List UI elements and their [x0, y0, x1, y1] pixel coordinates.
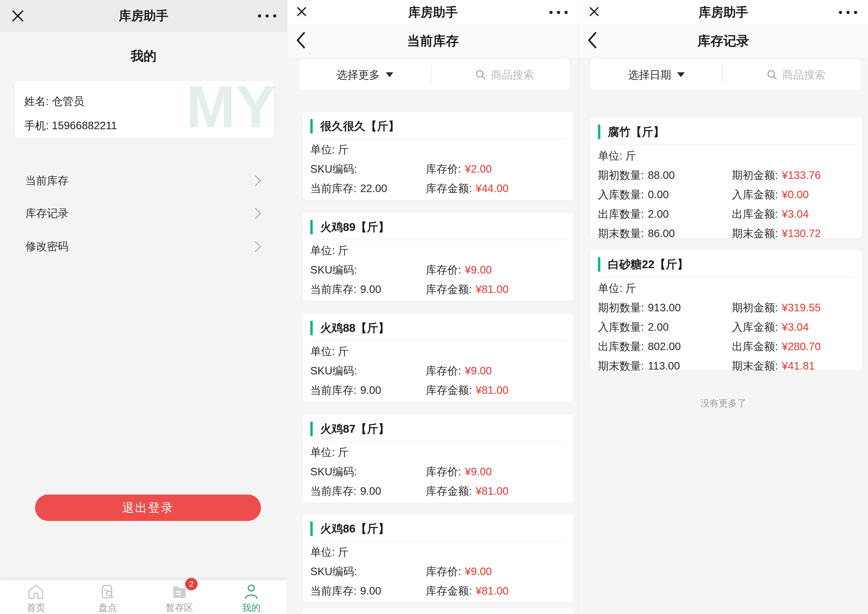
- qty-value: 913.00: [648, 302, 680, 314]
- amount-value: ¥81.00: [476, 384, 509, 396]
- amt-value: ¥3.04: [782, 321, 809, 333]
- filter-dropdown[interactable]: 选择更多: [299, 59, 431, 91]
- more-menu-icon[interactable]: [549, 11, 568, 14]
- sku-label: SKU编码:: [310, 263, 357, 277]
- product-name: 火鸡89【斤】: [320, 219, 389, 235]
- divider: [313, 340, 567, 341]
- search-input[interactable]: 商品搜索: [731, 59, 861, 91]
- nav-bar: 库存记录: [579, 25, 868, 57]
- qty-label: 出库数量:: [598, 207, 644, 221]
- search-placeholder: 商品搜索: [782, 67, 825, 82]
- qty-label: 出库数量:: [598, 339, 644, 354]
- accent-bar: [310, 119, 313, 134]
- page-title: 库存记录: [579, 25, 868, 57]
- app-header: 库房助手: [287, 0, 578, 25]
- menu-item-stock-records[interactable]: 库存记录: [0, 204, 287, 222]
- date-filter-dropdown[interactable]: 选择日期: [591, 59, 722, 91]
- divider: [601, 277, 856, 277]
- screenshot-canvas: 库房助手 我的 MY 姓名: 仓管员 手机: 15966882211 当前库存 …: [0, 0, 868, 614]
- tab-profile[interactable]: 我的: [215, 580, 287, 614]
- more-menu-icon[interactable]: [258, 14, 276, 17]
- amount-value: ¥44.00: [476, 182, 509, 194]
- price-label: 库存价:: [426, 162, 461, 176]
- amt-label: 期末金额:: [732, 359, 778, 373]
- logout-button[interactable]: 退出登录: [35, 494, 261, 521]
- price-label: 库存价:: [426, 464, 461, 479]
- price-value: ¥9.00: [465, 566, 492, 578]
- search-icon: [767, 69, 777, 80]
- stock-card-partial: [303, 608, 574, 614]
- divider: [313, 239, 567, 240]
- app-title: 库房助手: [287, 4, 578, 21]
- chevron-down-icon: [386, 72, 393, 77]
- sku-label: SKU编码:: [310, 162, 357, 176]
- stock-card[interactable]: 火鸡88【斤】 单位: 斤 SKU编码: 库存价:¥9.00 当前库存:9.00…: [303, 314, 574, 402]
- page-title: 当前库存: [287, 25, 578, 57]
- stock-value: 9.00: [360, 485, 381, 497]
- inventory-check-icon: [99, 583, 116, 600]
- chevron-right-icon: [254, 241, 262, 252]
- unit: 单位: 斤: [310, 445, 426, 460]
- tab-home[interactable]: 首页: [0, 580, 72, 614]
- more-menu-icon[interactable]: [839, 11, 857, 14]
- divider: [313, 541, 567, 542]
- stock-label: 当前库存:: [310, 583, 356, 598]
- stock-value: 9.00: [360, 585, 381, 597]
- search-icon: [475, 69, 486, 80]
- divider: [313, 441, 567, 442]
- tab-label: 首页: [27, 602, 45, 614]
- amount-label: 库存金额:: [426, 484, 472, 499]
- filter-bar: 选择更多 商品搜索: [299, 59, 570, 91]
- stock-card[interactable]: 火鸡87【斤】 单位: 斤 SKU编码: 库存价:¥9.00 当前库存:9.00…: [303, 414, 574, 503]
- person-icon: [242, 583, 260, 600]
- unit: 单位: 斤: [310, 243, 426, 258]
- menu-item-change-password[interactable]: 修改密码: [0, 237, 287, 256]
- product-name: 火鸡87【斤】: [320, 421, 389, 437]
- sku-label: SKU编码:: [310, 464, 357, 479]
- sku-label: SKU编码:: [310, 364, 357, 378]
- stock-card[interactable]: 火鸡89【斤】 单位: 斤 SKU编码: 库存价:¥9.00 当前库存:9.00…: [303, 213, 574, 301]
- tab-staging-area[interactable]: 2 暂存区: [144, 580, 215, 614]
- qty-label: 期初数量:: [598, 168, 644, 183]
- qty-value: 86.00: [648, 227, 675, 239]
- qty-label: 期末数量:: [598, 359, 644, 373]
- price-label: 库存价:: [426, 364, 461, 378]
- tab-inventory-check[interactable]: 盘点: [72, 580, 143, 614]
- app-header: 库房助手: [0, 0, 287, 32]
- amount-value: ¥81.00: [476, 283, 509, 295]
- search-input[interactable]: 商品搜索: [440, 59, 570, 91]
- unit: 单位: 斤: [598, 281, 732, 296]
- stock-card[interactable]: 火鸡86【斤】 单位: 斤 SKU编码: 库存价:¥9.00 当前库存:9.00…: [303, 514, 574, 603]
- amt-label: 期末金额:: [732, 226, 778, 241]
- unit: 单位: 斤: [310, 344, 426, 359]
- amt-value: ¥130.72: [782, 227, 821, 239]
- stock-value: 9.00: [360, 283, 381, 295]
- price-value: ¥9.00: [465, 264, 492, 276]
- qty-value: 113.00: [648, 360, 680, 372]
- home-icon: [27, 583, 45, 600]
- divider: [722, 64, 723, 85]
- amt-value: ¥319.55: [782, 302, 821, 314]
- qty-label: 入库数量:: [598, 320, 644, 334]
- chevron-right-icon: [254, 207, 262, 219]
- qty-label: 期初数量:: [598, 300, 644, 315]
- amount-label: 库存金额:: [426, 583, 472, 598]
- record-card[interactable]: 腐竹【斤】 单位: 斤 期初数量:88.00 期初金额:¥133.76 入库数量…: [591, 117, 862, 238]
- app-header: 库房助手: [579, 0, 868, 25]
- stock-card[interactable]: 很久很久【斤】 单位: 斤 SKU编码: 库存价:¥2.00 当前库存:22.0…: [303, 112, 574, 200]
- filter-label: 选择日期: [628, 67, 671, 82]
- amt-label: 期初金额:: [732, 300, 778, 315]
- qty-label: 期末数量:: [598, 226, 644, 241]
- accent-bar: [310, 220, 313, 235]
- accent-bar: [310, 422, 313, 436]
- nav-bar: 当前库存: [287, 25, 578, 57]
- record-card[interactable]: 白砂糖22【斤】 单位: 斤 期初数量:913.00 期初金额:¥319.55 …: [591, 250, 862, 371]
- my-watermark: MY: [186, 81, 274, 137]
- app-title: 库房助手: [0, 8, 287, 24]
- product-name: 白砂糖22【斤】: [608, 257, 688, 272]
- qty-value: 802.00: [648, 340, 680, 353]
- stock-label: 当前库存:: [310, 282, 356, 297]
- menu-item-current-stock[interactable]: 当前库存: [0, 171, 287, 190]
- unit: 单位: 斤: [310, 545, 426, 560]
- amt-value: ¥41.81: [782, 360, 815, 372]
